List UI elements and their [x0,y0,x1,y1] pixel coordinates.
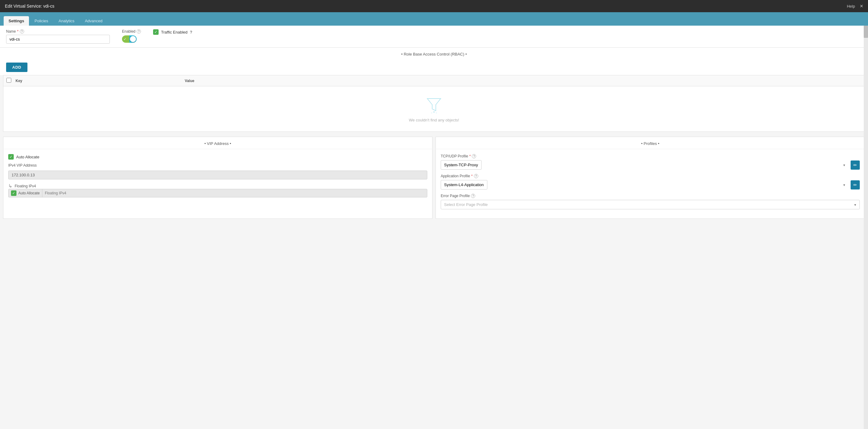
error-page-select[interactable]: Select Error Page Profile [441,200,860,209]
add-btn-row: ADD [0,60,868,75]
floating-input-wrapper: ✓ Auto Allocate [8,189,427,197]
name-label: Name * ? [6,29,110,34]
col-key-header: Key [16,79,185,83]
tab-policies[interactable]: Policies [30,16,53,26]
app-profile-label: Application Profile * ? [441,174,860,178]
scrollbar-track[interactable] [864,26,868,429]
floating-inner: ✓ Auto Allocate [8,189,427,197]
tcp-required: * [469,154,471,158]
enabled-label: Enabled ? [122,29,141,34]
floating-auto-checkbox-wrapper: ✓ Auto Allocate [8,189,42,197]
tcp-select-wrapper: System-TCP-Proxy [441,160,849,170]
name-field-group: Name * ? [6,29,110,43]
floating-auto-label: Auto Allocate [18,191,40,195]
vip-section-header: • VIP Address • [3,137,432,149]
svg-point-2 [436,112,437,114]
error-page-profile-group: Error Page Profile ? Select Error Page P… [441,194,860,209]
auto-allocate-label: Auto Allocate [16,155,39,159]
tab-settings[interactable]: Settings [4,16,29,26]
traffic-help-icon[interactable]: ? [190,30,192,34]
tab-advanced[interactable]: Advanced [80,16,107,26]
enabled-group: Enabled ? ✓ [122,29,141,43]
profiles-panel-body: TCP/UDP Profile * ? System-TCP-Proxy ✏ [436,149,865,218]
app-select-row: System-L4-Application ✏ [441,180,860,189]
floating-ipv4-label: Floating IPv4 [14,184,36,188]
name-input[interactable] [6,35,110,43]
tcp-udp-label: TCP/UDP Profile * ? [441,154,860,158]
toggle-check-icon: ✓ [124,37,126,41]
close-button[interactable]: × [860,3,863,9]
scrollbar-thumb[interactable] [864,26,868,38]
traffic-enabled-checkbox[interactable]: ✓ [153,29,159,35]
main-content: Name * ? Enabled ? ✓ ✓ Traf [0,26,868,429]
tcp-edit-button[interactable]: ✏ [850,160,860,170]
empty-funnel-icon [425,95,443,115]
tab-bar: Settings Policies Analytics Advanced [0,12,868,26]
table-empty-state: We couldn't find any objects! [3,86,865,131]
title-bar-actions: Help × [847,3,863,9]
traffic-enabled-group: ✓ Traffic Enabled ? [153,29,192,35]
col-value-header: Value [185,79,523,83]
traffic-enabled-label: Traffic Enabled [161,30,188,34]
auto-allocate-checkbox[interactable]: ✓ [8,154,14,160]
two-col-section: • VIP Address • ✓ Auto Allocate IPv4 VIP… [3,137,865,219]
svg-point-0 [433,111,435,113]
help-link[interactable]: Help [847,4,855,8]
ipv4-vip-input[interactable] [8,171,427,179]
app-select-wrapper: System-L4-Application [441,180,849,189]
ipv4-vip-label: IPv4 VIP Address [8,163,427,167]
tcp-help-icon[interactable]: ? [472,154,476,158]
tcp-udp-select[interactable]: System-TCP-Proxy [441,160,482,170]
app-edit-button[interactable]: ✏ [850,180,860,189]
tcp-udp-profile-group: TCP/UDP Profile * ? System-TCP-Proxy ✏ [441,154,860,170]
name-help-icon[interactable]: ? [20,29,24,34]
svg-point-1 [431,112,432,114]
application-select[interactable]: System-L4-Application [441,180,487,189]
table-header: Key Value [3,75,865,86]
floating-check-icon: ✓ [12,191,15,195]
tab-analytics[interactable]: Analytics [54,16,79,26]
title-bar: Edit Virtual Service: vdi-cs Help × [0,0,868,12]
table-select-all[interactable] [6,78,16,84]
profiles-panel: • Profiles • TCP/UDP Profile * ? System-… [436,137,865,219]
app-help-icon[interactable]: ? [474,174,478,178]
floating-arrow-icon: ↳ [8,183,12,189]
profiles-section-header: • Profiles • [436,137,865,149]
required-indicator: * [17,29,19,34]
app-required: * [471,174,473,178]
enabled-toggle[interactable]: ✓ [122,35,136,43]
error-help-icon[interactable]: ? [471,194,475,198]
app-pencil-icon: ✏ [854,182,857,187]
window-title: Edit Virtual Service: vdi-cs [5,4,54,8]
auto-allocate-row: ✓ Auto Allocate [8,154,427,160]
pencil-icon: ✏ [854,163,857,167]
add-button[interactable]: ADD [6,63,27,72]
floating-auto-allocate-checkbox[interactable]: ✓ [11,190,17,196]
toggle-track[interactable]: ✓ [122,35,136,43]
check-icon: ✓ [154,30,157,34]
select-all-checkbox[interactable] [6,78,11,83]
floating-ipv4-row: ↳ Floating IPv4 [8,183,427,189]
error-select-wrapper: Select Error Page Profile [441,200,860,209]
floating-ipv4-input[interactable] [42,189,427,197]
error-page-label: Error Page Profile ? [441,194,860,198]
enabled-help-icon[interactable]: ? [136,29,141,34]
tcp-select-row: System-TCP-Proxy ✏ [441,160,860,170]
empty-message: We couldn't find any objects! [409,118,459,122]
rbac-section-header: • Role Base Access Control (RBAC) • [0,48,868,60]
app-profile-group: Application Profile * ? System-L4-Applic… [441,174,860,189]
top-form-row: Name * ? Enabled ? ✓ ✓ Traf [0,26,868,47]
rbac-table: Key Value We couldn't find any objects! [3,75,865,132]
auto-allocate-check-icon: ✓ [9,155,12,159]
ipv4-vip-field-group: IPv4 VIP Address [8,163,427,179]
vip-address-panel: • VIP Address • ✓ Auto Allocate IPv4 VIP… [3,137,432,219]
vip-panel-body: ✓ Auto Allocate IPv4 VIP Address ↳ Float… [3,149,432,202]
toggle-thumb [130,36,136,42]
